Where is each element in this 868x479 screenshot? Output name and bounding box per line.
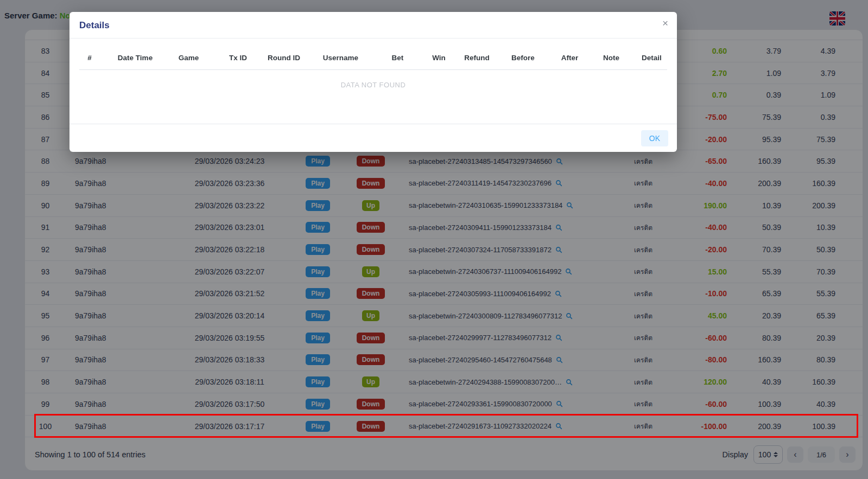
modal-title: Details [69,12,677,39]
modal-empty-message: DATA NOT FOUND [69,81,677,89]
modal-column-header: Game [161,54,217,62]
modal-column-header: Round ID [259,54,308,62]
modal-column-header: # [69,54,110,62]
modal-column-header: Detail [631,54,673,62]
modal-column-header: Note [592,54,631,62]
details-modal: Details × #Date TimeGameTx IDRound IDUse… [69,12,677,152]
modal-column-header: Refund [455,54,498,62]
modal-footer: OK [69,124,677,152]
modal-header-divider [79,69,667,70]
modal-column-header: Bet [373,54,422,62]
modal-column-header: Before [498,54,548,62]
modal-column-headers: #Date TimeGameTx IDRound IDUsernameBetWi… [69,39,677,69]
close-icon[interactable]: × [662,18,668,28]
modal-column-header: Tx ID [217,54,259,62]
ok-button[interactable]: OK [641,130,668,146]
modal-column-header: After [548,54,592,62]
modal-column-header: Win [422,54,455,62]
modal-column-header: Username [308,54,373,62]
modal-column-header: Date Time [110,54,161,62]
